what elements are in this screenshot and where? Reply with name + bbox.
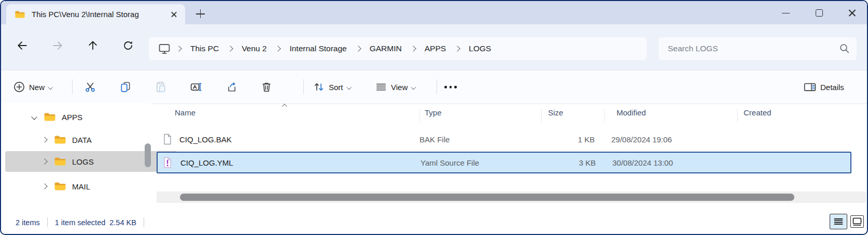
ellipsis-icon — [444, 86, 457, 89]
paste-button[interactable] — [149, 77, 172, 97]
window-controls — [781, 1, 858, 24]
status-summary: 2 items 1 item selected 2.54 KB — [16, 217, 144, 227]
chevron-right-icon[interactable] — [41, 183, 47, 189]
view-button-label: View — [391, 83, 408, 92]
chevron-down-icon[interactable] — [31, 114, 37, 120]
breadcrumb-separator-icon — [176, 46, 181, 51]
breadcrumb-separator-icon — [275, 46, 281, 51]
search-icon — [839, 43, 850, 56]
status-divider — [47, 217, 48, 227]
sidebar-item-label: MAIL — [72, 182, 90, 191]
column-header-type[interactable]: Type — [425, 108, 442, 117]
more-options-button[interactable] — [444, 86, 457, 89]
address-row: This PC Venu 2 Internal Storage GARMIN A… — [1, 24, 867, 70]
horizontal-scrollbar-thumb[interactable] — [180, 194, 794, 201]
chevron-down-icon — [411, 84, 416, 89]
horizontal-scrollbar[interactable] — [157, 192, 866, 203]
breadcrumb-item-logs[interactable]: LOGS — [463, 44, 497, 53]
tab-title: This PC\Venu 2\Internal Storag — [32, 10, 169, 19]
breadcrumb-item-apps[interactable]: APPS — [418, 44, 452, 53]
file-explorer-window: This PC\Venu 2\Internal Storag — [0, 0, 868, 235]
file-size: 3 KB — [510, 158, 596, 167]
breadcrumb-item-internal-storage[interactable]: Internal Storage — [283, 44, 353, 53]
column-header-created[interactable]: Created — [744, 108, 771, 117]
folder-icon — [54, 157, 66, 166]
navigation-pane: APPS DATA LOGS MAIL — [1, 103, 151, 204]
back-button[interactable] — [13, 37, 31, 54]
breadcrumb-item-this-pc[interactable]: This PC — [184, 44, 225, 53]
screen: This PC\Venu 2\Internal Storag — [0, 0, 868, 235]
file-modified: 29/08/2024 19:06 — [611, 135, 672, 144]
new-button[interactable]: New — [13, 81, 52, 93]
cut-button[interactable] — [79, 77, 102, 97]
clipboard-icon — [155, 81, 166, 93]
chevron-down-icon — [48, 84, 53, 89]
toolbar-divider — [72, 79, 73, 95]
minimize-button[interactable] — [781, 8, 791, 18]
file-type: BAK File — [419, 135, 450, 144]
explorer-tab[interactable]: This PC\Venu 2\Internal Storag — [6, 4, 185, 24]
toolbar-divider — [437, 79, 437, 95]
maximize-button[interactable] — [814, 8, 824, 18]
column-divider[interactable] — [419, 109, 420, 123]
up-button[interactable] — [84, 37, 102, 54]
sidebar-item-apps[interactable]: APPS — [5, 108, 167, 126]
chevron-right-icon[interactable] — [41, 137, 47, 142]
column-divider[interactable] — [737, 109, 738, 123]
sidebar-item-label: LOGS — [72, 157, 94, 166]
this-pc-icon — [158, 43, 171, 54]
icons-view-toggle[interactable] — [850, 215, 864, 228]
column-header-name[interactable]: Name — [175, 108, 195, 117]
column-header-size[interactable]: Size — [548, 108, 563, 117]
rename-button[interactable] — [185, 77, 207, 97]
new-tab-button[interactable] — [194, 7, 207, 21]
file-modified: 30/08/2024 13:00 — [612, 158, 673, 167]
selection-count: 1 item selected — [55, 218, 106, 227]
refresh-button[interactable] — [119, 37, 137, 54]
search-input[interactable] — [659, 37, 857, 60]
sort-button[interactable]: Sort — [313, 81, 351, 93]
details-pane-button[interactable]: Details — [804, 81, 844, 93]
file-icon — [163, 134, 172, 145]
share-button[interactable] — [220, 77, 243, 97]
file-row-ciq-log-bak[interactable]: CIQ_LOG.BAK BAK File 1 KB 29/08/2024 19:… — [157, 129, 851, 150]
address-bar[interactable]: This PC Venu 2 Internal Storage GARMIN A… — [149, 37, 647, 60]
breadcrumb-item-venu-2[interactable]: Venu 2 — [235, 44, 273, 53]
plus-circle-icon — [13, 81, 25, 93]
column-header-modified[interactable]: Modified — [617, 108, 646, 117]
close-button[interactable] — [847, 8, 858, 18]
status-divider — [144, 217, 144, 227]
forward-button[interactable] — [49, 37, 66, 54]
breadcrumb-separator-icon — [355, 46, 361, 51]
sort-arrows-icon — [313, 81, 325, 93]
chevron-right-icon[interactable] — [41, 158, 47, 164]
trash-icon — [261, 81, 272, 93]
file-name: CIQ_LOG.BAK — [179, 135, 232, 144]
navigation-buttons — [13, 37, 137, 54]
tab-close-icon[interactable] — [169, 9, 180, 20]
column-divider[interactable] — [541, 109, 542, 123]
command-toolbar: New — [1, 70, 867, 104]
file-size: 1 KB — [509, 135, 595, 144]
share-icon — [226, 81, 237, 93]
file-list-pane: Name Type Size Modified Created CIQ_LOG.… — [151, 103, 866, 204]
delete-button[interactable] — [255, 77, 278, 97]
selection-size: 2.54 KB — [109, 218, 136, 227]
sort-button-label: Sort — [329, 83, 343, 92]
sort-ascending-icon — [282, 104, 287, 109]
file-name: CIQ_LOG.YML — [180, 158, 233, 167]
copy-button[interactable] — [114, 77, 137, 97]
breadcrumb-item-garmin[interactable]: GARMIN — [363, 44, 408, 53]
view-button[interactable]: View — [375, 81, 415, 93]
breadcrumb-separator-icon — [410, 46, 416, 51]
toolbar-divider — [303, 79, 304, 95]
list-lines-icon — [375, 81, 387, 93]
breadcrumb-separator-icon — [454, 46, 460, 51]
folder-icon — [54, 182, 66, 191]
column-divider[interactable] — [604, 109, 605, 123]
details-view-toggle[interactable] — [830, 214, 847, 229]
file-row-ciq-log-yml[interactable]: CIQ_LOG.YML Yaml Source File 3 KB 30/08/… — [157, 152, 851, 173]
status-bar: 2 items 1 item selected 2.54 KB — [1, 204, 867, 234]
details-pane-label: Details — [820, 83, 844, 92]
sidebar-scrollbar[interactable] — [145, 143, 151, 167]
